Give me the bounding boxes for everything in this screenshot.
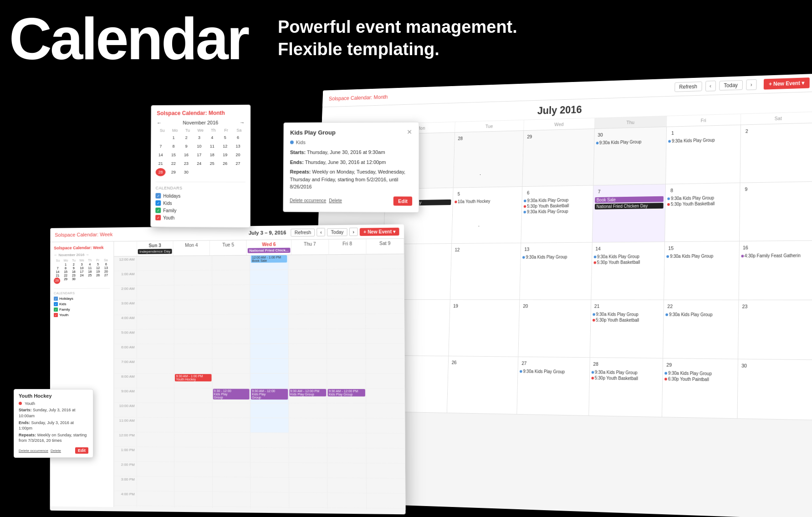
week-refresh-button[interactable]: Refresh (291, 228, 315, 236)
month-cell[interactable]: 29 9:30a Kids Play Group 6:30p Youth Pai… (662, 358, 738, 418)
time-row-2pm: 2:00 PM (114, 461, 405, 479)
month-cell[interactable]: 12 (450, 243, 521, 300)
hockey-popup: Youth Hockey Youth Starts: Sunday, July … (14, 389, 93, 458)
month-cell-thu30[interactable]: 30 9:30a Kids Play Group (593, 127, 667, 185)
cell-event: 5:30p Youth Basketball (524, 203, 591, 209)
cell-event: 5:30p Youth Basketball (592, 317, 662, 322)
month-cell[interactable]: 13 9:30a Kids Play Group (520, 243, 592, 300)
calendar-checkbox-family[interactable]: ✓ (155, 208, 161, 213)
mini-calendar-panel: Solspace Calendar: Month ← November 2016… (150, 105, 250, 228)
today-button[interactable]: Today (719, 80, 743, 91)
popup-actions: Delete occurrence Delete Edit (290, 196, 412, 205)
new-event-button[interactable]: + New Event ▾ (763, 77, 809, 90)
month-cell-sat9[interactable]: 9 (740, 182, 812, 241)
week-day-sat: Sat 9 (366, 239, 404, 254)
week-day-thu: Thu 7 (291, 240, 329, 255)
month-cell[interactable]: 26 (447, 356, 519, 414)
month-cell[interactable]: 14 9:30a Kids Play Group 5:30p Youth Bas… (591, 242, 665, 299)
popup-delete[interactable]: Delete (329, 198, 342, 203)
month-cell[interactable]: 21 9:30a Kids Play Group 5:30p Youth Bas… (590, 300, 664, 358)
week-body: Solspace Calendar: Week ← November 2016 … (50, 239, 406, 510)
mini-cal-month-year: November 2016 (183, 120, 218, 125)
month-cell-fri1[interactable]: 1 9:30a Kids Play Group (666, 125, 741, 184)
cell-event-booksale: Book Sale (595, 196, 664, 203)
month-cell-wed6[interactable]: 6 9:30a Kids Play Group 5:30p Youth Bask… (521, 185, 593, 242)
month-cell[interactable]: 27 9:30a Kids Play Group (517, 357, 590, 415)
week-today-button[interactable]: Today (327, 228, 347, 236)
cell-event: 9:30a Kids Play Group (596, 139, 665, 145)
popup-title: Kids Play Group (290, 129, 336, 136)
calendar-item-family[interactable]: ✓ Family (155, 208, 245, 214)
cell-event: 9:30a Kids Play Group (668, 137, 738, 143)
week-event-kids-fri[interactable]: 9:30 AM - 12:00 PMKids Play Group (328, 389, 365, 397)
cell-event-chicken: National Fried Chicken Day (595, 203, 664, 210)
prev-month-button[interactable]: ‹ (705, 81, 716, 92)
mini-cal-dow: SuMoTu WeThFr Sa (156, 128, 245, 133)
dow-wed: Wed (524, 118, 595, 130)
month-cell-fri8[interactable]: 8 9:30a Kids Play Group 5:30p Youth Bask… (665, 183, 740, 241)
month-cell[interactable]: 23 (738, 300, 812, 360)
month-year-label: July 2016 (537, 103, 582, 116)
month-cell[interactable]: 28 (454, 131, 524, 188)
calendar-checkbox-holidays[interactable]: ✓ (155, 193, 161, 199)
hockey-delete[interactable]: Delete (51, 449, 61, 453)
cell-event: 5:30p Youth Basketball (591, 375, 661, 381)
calendar-checkbox-youth[interactable]: ✓ (155, 215, 161, 220)
cell-event: 9:30a Kids Play Group (524, 197, 591, 203)
month-cell[interactable]: 19 (449, 300, 520, 357)
cell-event: 4:30p Family Feast Gatherin (741, 253, 812, 258)
time-row-8am: 8:00 AM 9:30 AM - 1:00 PMYouth Hockey (114, 374, 405, 389)
calendar-item-holidays[interactable]: ✓ Holidays (155, 193, 245, 199)
week-next-button[interactable]: › (349, 228, 358, 236)
popup-tag: Kids (290, 139, 412, 145)
month-cell[interactable]: 29 (523, 129, 595, 186)
popup-tag-dot (290, 140, 294, 144)
week-event-kids-wed[interactable]: 9:30 AM - 12:00Kids PlayGroup (251, 389, 288, 400)
month-cell-sat2[interactable]: 2 (740, 123, 812, 183)
cell-event: 6:30p Youth Paintball (664, 376, 735, 382)
month-cell-thu7[interactable]: 7 Book Sale National Fried Chicken Day (592, 184, 666, 242)
hockey-popup-starts: Starts: Sunday, July 3, 2016 at 10:00am (19, 407, 88, 419)
mini-cal-prev[interactable]: ← (157, 120, 162, 126)
calendar-item-kids[interactable]: ✓ Kids (155, 200, 245, 206)
week-day-fri: Fri 8 (329, 239, 367, 254)
week-prev-button[interactable]: ‹ (317, 228, 326, 236)
week-label: July 3 – 9, 2016 (249, 230, 286, 235)
month-cell[interactable]: 20 (519, 300, 591, 357)
cell-event: 9:30a Kids Play Group (524, 209, 591, 214)
hockey-delete-occurrence[interactable]: Delete occurrence (19, 449, 48, 453)
time-row-5am: 5:00 AM (114, 329, 404, 344)
mini-cal-next[interactable]: → (240, 120, 245, 125)
hero-subtitle-line2: Flexible templating. (278, 38, 517, 61)
week-event-kids-tue[interactable]: 9:30 - 12:00Kids PlayGroup (213, 389, 250, 399)
month-cell[interactable]: 16 4:30p Family Feast Gatherin (739, 241, 812, 300)
month-cell[interactable]: 30 (737, 359, 812, 420)
month-cell[interactable]: 22 9:30a Kids Play Group (663, 300, 739, 359)
time-row-12am: 12:00 AM 12:00 AM - 1:00 PMBook Sale (114, 254, 404, 271)
popup-header: Kids Play Group ✕ (290, 129, 412, 136)
week-event-hockey[interactable]: 9:30 AM - 1:00 PMYouth Hockey (175, 374, 211, 381)
refresh-button[interactable]: Refresh (674, 82, 702, 92)
month-cell[interactable]: 28 9:30a Kids Play Group 5:30p Youth Bas… (589, 358, 663, 417)
cell-event: 5:30p Youth Basketball (667, 201, 738, 207)
hockey-popup-repeats: Repeats: Weekly on Sunday, starting from… (19, 432, 88, 444)
hero-section: Calendar Powerful event management. Flex… (9, 9, 248, 68)
week-event-kids-thu[interactable]: 9:30 AM - 12:00 PMKids Play Group (289, 389, 326, 396)
next-month-button[interactable]: › (746, 79, 756, 90)
month-cell-tue5[interactable]: 5 10a Youth Hockey (452, 187, 522, 243)
week-event-booksale[interactable]: 12:00 AM - 1:00 PMBook Sale (251, 255, 287, 263)
calendar-item-youth[interactable]: ✓ Youth (155, 215, 245, 221)
hockey-edit-button[interactable]: Edit (75, 447, 88, 454)
popup-delete-occurrence[interactable]: Delete occurrence (290, 198, 326, 203)
time-row-12pm: 12:00 PM (114, 432, 405, 449)
week-new-event-button[interactable]: + New Event ▾ (360, 227, 399, 235)
month-cell[interactable]: 15 9:30a Kids Play Group (664, 241, 739, 300)
hero-subtitle-line1: Powerful event management. (278, 16, 517, 38)
popup-close-button[interactable]: ✕ (407, 129, 412, 135)
popup-edit-button[interactable]: Edit (393, 196, 412, 205)
week-day-tue: Tue 5 (210, 241, 247, 256)
popup-starts: Starts: Thursday, June 30, 2016 at 9:30a… (290, 148, 412, 156)
calendar-checkbox-kids[interactable]: ✓ (155, 200, 161, 206)
week-scrollable-grid[interactable]: 12:00 AM 12:00 AM - 1:00 PMBook Sale 1:0… (114, 254, 405, 510)
week-day-wed: Wed 6 National Fried Chick... (247, 240, 291, 255)
